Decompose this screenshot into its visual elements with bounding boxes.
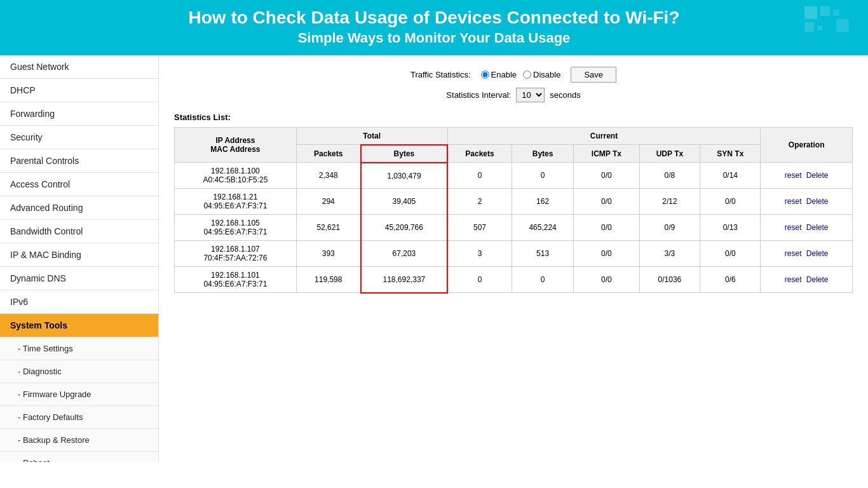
cell-icmp-tx: 0/0 (574, 189, 639, 215)
table-group-header-row: IP AddressMAC Address Total Current Oper… (175, 127, 853, 145)
cell-total-bytes: 118,692,337 (361, 267, 448, 293)
stats-list-label: Statistics List: (174, 112, 853, 122)
sidebar-item-time-settings[interactable]: - Time Settings (0, 337, 158, 360)
enable-radio-label[interactable]: Enable (481, 70, 517, 79)
cell-ip-mac: 192.168.1.10104:95:E6:A7:F3:71 (175, 267, 297, 293)
main-layout: Guest Network DHCP Forwarding Security P… (0, 55, 868, 462)
cell-ip-mac: 192.168.1.10504:95:E6:A7:F3:71 (175, 215, 297, 241)
interval-label: Statistics Interval: (446, 90, 511, 100)
sidebar-item-ipv6[interactable]: IPv6 (0, 290, 158, 314)
sidebar-item-system-tools[interactable]: System Tools (0, 314, 158, 337)
reset-link[interactable]: reset (785, 197, 802, 206)
col-header-syn-tx: SYN Tx (700, 145, 761, 163)
disable-radio[interactable] (523, 71, 531, 79)
sidebar-item-access-control[interactable]: Access Control (0, 173, 158, 196)
enable-radio[interactable] (481, 71, 489, 79)
delete-link[interactable]: Delete (806, 249, 829, 258)
sidebar-item-backup-restore[interactable]: - Backup & Restore (0, 429, 158, 452)
sidebar: Guest Network DHCP Forwarding Security P… (0, 55, 159, 462)
enable-label: Enable (491, 70, 517, 79)
cell-icmp-tx: 0/0 (574, 267, 639, 293)
table-row: 192.168.1.10104:95:E6:A7:F3:71 119,598 1… (175, 267, 853, 293)
disable-radio-label[interactable]: Disable (523, 70, 560, 79)
col-header-operation: Operation (761, 127, 853, 163)
cell-total-bytes: 45,209,766 (361, 215, 448, 241)
svg-rect-0 (804, 6, 817, 19)
svg-rect-3 (804, 22, 814, 32)
cell-cur-bytes: 162 (512, 189, 573, 215)
cell-cur-packets: 3 (447, 241, 512, 267)
header-decoration (804, 6, 855, 59)
sidebar-item-dynamic-dns[interactable]: Dynamic DNS (0, 267, 158, 290)
sidebar-item-firmware-upgrade[interactable]: - Firmware Upgrade (0, 383, 158, 406)
col-header-ip-mac: IP AddressMAC Address (175, 127, 297, 163)
cell-total-packets: 393 (296, 241, 360, 267)
sidebar-item-parental-controls[interactable]: Parental Controls (0, 149, 158, 173)
cell-cur-packets: 0 (447, 267, 512, 293)
delete-link[interactable]: Delete (806, 223, 829, 232)
delete-link[interactable]: Delete (806, 197, 829, 206)
sidebar-item-advanced-routing[interactable]: Advanced Routing (0, 196, 158, 220)
cell-icmp-tx: 0/0 (574, 215, 639, 241)
sidebar-item-reboot[interactable]: - Reboot (0, 452, 158, 462)
cell-syn-tx: 0/13 (700, 215, 761, 241)
cell-syn-tx: 0/0 (700, 189, 761, 215)
cell-ip-mac: 192.168.1.100A0:4C:5B:10:F5:25 (175, 163, 297, 189)
header-title-line1: How to Check Data Usage of Devices Conne… (13, 6, 855, 29)
sidebar-item-forwarding[interactable]: Forwarding (0, 102, 158, 126)
sidebar-item-dhcp[interactable]: DHCP (0, 79, 158, 102)
reset-link[interactable]: reset (785, 171, 802, 180)
reset-link[interactable]: reset (785, 275, 802, 284)
cell-cur-bytes: 0 (512, 163, 573, 189)
cell-syn-tx: 0/6 (700, 267, 761, 293)
svg-rect-2 (833, 10, 839, 16)
sidebar-item-bandwidth-control[interactable]: Bandwidth Control (0, 220, 158, 243)
cell-cur-bytes: 0 (512, 267, 573, 293)
cell-icmp-tx: 0/0 (574, 163, 639, 189)
content-area: Traffic Statistics: Enable Disable Save … (159, 55, 868, 462)
interval-select[interactable]: 10 30 60 (516, 88, 545, 102)
cell-total-packets: 294 (296, 189, 360, 215)
svg-rect-5 (836, 19, 849, 32)
sidebar-item-security[interactable]: Security (0, 126, 158, 149)
sidebar-item-guest-network[interactable]: Guest Network (0, 55, 158, 79)
cell-operation: reset Delete (761, 241, 853, 267)
reset-link[interactable]: reset (785, 223, 802, 232)
header-title-line2: Simple Ways to Monitor Your Data Usage (13, 29, 855, 48)
delete-link[interactable]: Delete (806, 275, 829, 284)
delete-link[interactable]: Delete (806, 171, 829, 180)
table-row: 192.168.1.10770:4F:57:AA:72:76 393 67,20… (175, 241, 853, 267)
cell-total-bytes: 39,405 (361, 189, 448, 215)
cell-cur-packets: 507 (447, 215, 512, 241)
cell-total-packets: 52,621 (296, 215, 360, 241)
sidebar-item-ip-mac-binding[interactable]: IP & MAC Binding (0, 243, 158, 267)
cell-ip-mac: 192.168.1.10770:4F:57:AA:72:76 (175, 241, 297, 267)
stats-table: IP AddressMAC Address Total Current Oper… (174, 127, 853, 294)
traffic-controls: Traffic Statistics: Enable Disable Save (174, 67, 853, 83)
cell-operation: reset Delete (761, 215, 853, 241)
cell-cur-packets: 0 (447, 163, 512, 189)
cell-cur-packets: 2 (447, 189, 512, 215)
sidebar-item-diagnostic[interactable]: - Diagnostic (0, 360, 158, 383)
cell-udp-tx: 2/12 (639, 189, 700, 215)
disable-label: Disable (533, 70, 560, 79)
reset-link[interactable]: reset (785, 249, 802, 258)
cell-operation: reset Delete (761, 163, 853, 189)
table-row: 192.168.1.100A0:4C:5B:10:F5:25 2,348 1,0… (175, 163, 853, 189)
col-header-current: Current (447, 127, 761, 145)
col-header-cur-bytes: Bytes (512, 145, 573, 163)
cell-icmp-tx: 0/0 (574, 241, 639, 267)
cell-operation: reset Delete (761, 189, 853, 215)
cell-syn-tx: 0/14 (700, 163, 761, 189)
header-banner: How to Check Data Usage of Devices Conne… (0, 0, 868, 55)
save-button[interactable]: Save (571, 67, 616, 83)
col-header-total: Total (296, 127, 447, 145)
sidebar-item-factory-defaults[interactable]: - Factory Defaults (0, 406, 158, 429)
cell-udp-tx: 0/8 (639, 163, 700, 189)
col-header-cur-packets: Packets (447, 145, 512, 163)
col-header-udp-tx: UDP Tx (639, 145, 700, 163)
svg-rect-4 (817, 25, 822, 30)
cell-cur-bytes: 513 (512, 241, 573, 267)
cell-udp-tx: 3/3 (639, 241, 700, 267)
col-header-total-packets: Packets (296, 145, 360, 163)
